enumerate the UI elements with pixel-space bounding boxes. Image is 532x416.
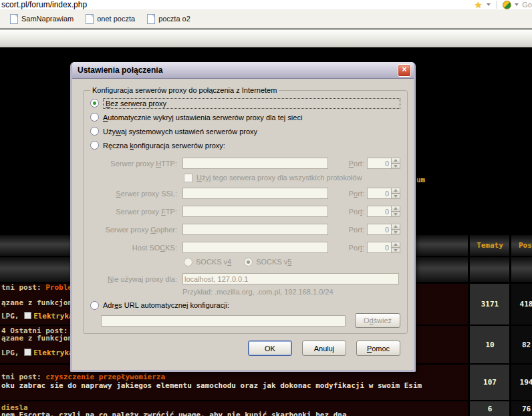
radio-icon[interactable] [90,141,99,150]
page-icon [10,14,18,24]
bookmark-label: SamNaprawiam [21,15,74,23]
cancel-button[interactable]: Anuluj [302,341,346,356]
http-port-input [367,158,392,169]
spin-down-icon [392,194,400,200]
socks-v4-label: SOCKS v4 [196,258,231,266]
bookmark-label: onet poczta [97,15,135,23]
browser-window: scort.pl/forum/index.php ★ Go SamNaprawi… [0,0,532,416]
radio-auto-config-url[interactable]: Adres URL automatycznej konfiguracji: [90,300,400,310]
subforum-link[interactable]: Elektryka i [33,312,70,321]
truncated-link[interactable]: um [416,176,425,184]
forum-description: ązane z funkcjonov [1,334,70,343]
auto-config-url-label[interactable]: Adres URL automatycznej konfiguracji: [103,301,229,309]
socks-host-input [182,242,328,253]
topic-link[interactable]: czyszczenie przepływomierza [45,373,165,381]
subforum-label: LPG, [1,312,23,321]
socks-port-label: Port: [336,244,364,252]
radio-manual-proxy-label[interactable]: Ręczna konfiguracja serwerów proxy: [103,142,225,150]
forum-description: oku zabrac sie do naprawy jakiegos eleme… [1,381,422,390]
radio-icon[interactable] [90,113,99,122]
last-post-label: tni post: [1,283,45,292]
tematy-cell: 3171 [470,284,510,325]
ok-button[interactable]: OK [248,341,292,356]
forum-description: nem Escorta, czyli na co należy zwrócić … [1,411,347,416]
radio-auto-detect[interactable]: Automatycznie wykryj ustawienia serwerów… [90,110,400,124]
spin-up-icon [392,188,400,194]
topic-link[interactable]: Problem z [45,283,70,292]
forum-description: ązane z funkcjonov [1,298,70,307]
gopher-port-input [367,224,392,235]
tematy-cell: 6 [470,401,510,416]
ftp-proxy-row: Serwer proxy FTP: Port: [90,206,400,217]
tematy-cell: 107 [470,365,510,400]
ssl-port-label: Port: [336,190,364,198]
bookmark-dropdown-icon[interactable] [487,3,491,6]
radio-no-proxy-label[interactable]: Bez serwera proxy [103,98,400,109]
spin-up-icon [392,224,400,230]
search-engine-icon[interactable] [503,1,511,9]
bookmark-item[interactable]: SamNaprawiam [4,11,80,26]
subforum-icon [24,349,31,356]
close-icon[interactable]: × [398,64,411,77]
ftp-port-spinner [367,206,400,217]
ftp-port-input [367,206,392,217]
no-proxy-for-row: Nie używaj proxy dla: [90,273,400,284]
share-proxy-checkbox-row: Użyj tego serwera proxy dla wszystkich p… [184,172,400,183]
radio-icon [244,258,253,266]
radio-manual-proxy[interactable]: Ręczna konfiguracja serwerów proxy: [90,138,400,152]
radio-no-proxy[interactable]: Bez serwera proxy [90,96,400,110]
page-icon [147,14,155,24]
bookmark-item[interactable]: poczta o2 [141,11,196,26]
search-input[interactable]: Go [522,1,532,9]
radio-icon [184,258,192,266]
column-header-posty: Pos [519,235,532,256]
checkbox-icon [184,174,192,182]
help-button[interactable]: Pomoc [356,341,400,356]
radio-system-proxy[interactable]: Używaj systemowych ustawień serwerów pro… [90,124,400,138]
gopher-proxy-row: Serwer proxy Gopher: Port: [90,224,400,235]
ftp-proxy-label: Serwer proxy FTP: [90,208,177,216]
divider [497,1,497,9]
spin-up-icon [392,158,400,164]
dialog-title: Ustawienia połączenia [78,65,398,75]
radio-icon[interactable] [90,99,99,108]
connection-settings-dialog: Ustawienia połączenia × Konfiguracja ser… [70,62,416,372]
posty-cell: 418 [511,284,532,325]
tematy-cell: 10 [470,326,510,363]
bookmark-item[interactable]: onet poczta [80,11,141,26]
ssl-port-spinner [367,188,400,199]
search-engine-dropdown-icon[interactable] [515,3,519,6]
subforum-icon [24,312,31,319]
group-legend: Konfiguracja serwerów proxy do połączeni… [90,86,279,94]
location-bar[interactable]: scort.pl/forum/index.php ★ Go [0,0,532,10]
share-proxy-label: Użyj tego serwera proxy dla wszystkich p… [196,174,362,182]
dialog-titlebar[interactable]: Ustawienia połączenia × [72,62,414,79]
ftp-port-label: Port: [336,208,364,216]
ssl-proxy-row: Serwer proxy SSL: Port: [90,188,400,199]
column-divider [509,235,511,416]
spin-down-icon [392,212,400,218]
bookmark-label: poczta o2 [158,15,190,23]
spin-up-icon [392,206,400,212]
socks-host-label: Host SOCKS: [90,244,177,252]
ssl-port-input [367,188,392,199]
http-proxy-input [182,158,328,169]
no-proxy-for-label: Nie używaj proxy dla: [90,275,177,283]
radio-icon[interactable] [90,127,99,136]
spin-down-icon [392,164,400,170]
socks-v5-label: SOCKS v5 [256,258,291,266]
ssl-proxy-label: Serwer proxy SSL: [90,190,177,198]
http-port-spinner [367,158,400,169]
url-text[interactable]: scort.pl/forum/index.php [0,0,475,9]
spin-down-icon [392,230,400,236]
last-post-label: tni post: [1,373,45,381]
page-icon [86,14,94,24]
no-proxy-for-input [182,273,399,284]
radio-system-proxy-label[interactable]: Używaj systemowych ustawień serwerów pro… [103,128,257,136]
radio-auto-detect-label[interactable]: Automatycznie wykryj ustawienia serwerów… [103,114,302,122]
bookmark-star-icon[interactable]: ★ [475,1,483,9]
posty-cell: 194 [511,365,532,400]
subforum-link[interactable]: Elektryka i [33,349,70,357]
radio-icon[interactable] [90,301,99,310]
bookmarks-toolbar: SamNaprawiam onet poczta poczta o2 [0,9,532,29]
